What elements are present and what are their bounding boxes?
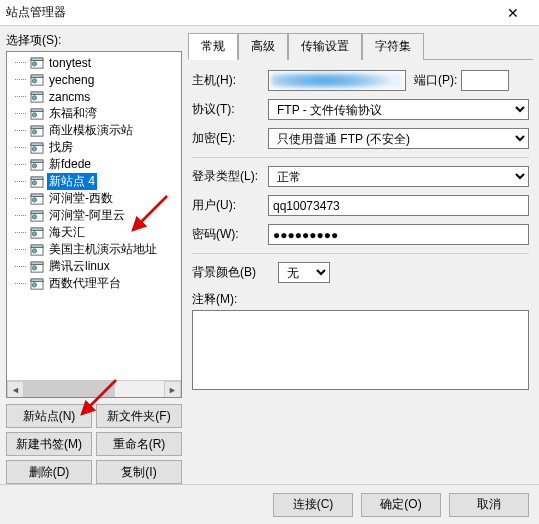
tree-item-label: 美国主机演示站地址	[47, 241, 159, 258]
bgcolor-select[interactable]: 无	[278, 262, 330, 283]
copy-button[interactable]: 复制(I)	[96, 460, 182, 484]
tree-item-label: 腾讯云linux	[47, 258, 112, 275]
tree-item-label: 东福和湾	[47, 105, 99, 122]
user-input[interactable]	[268, 195, 529, 216]
tree-item[interactable]: 商业模板演示站	[7, 122, 181, 139]
tree-item[interactable]: 新fdede	[7, 156, 181, 173]
new-folder-button[interactable]: 新文件夹(F)	[96, 404, 182, 428]
logon-label: 登录类型(L):	[192, 168, 268, 185]
scroll-left-icon[interactable]: ◄	[7, 381, 24, 398]
svg-point-38	[32, 265, 36, 269]
left-button-grid: 新站点(N) 新文件夹(F) 新建书签(M) 重命名(R) 删除(D) 复制(I…	[6, 404, 182, 484]
svg-point-32	[32, 231, 36, 235]
svg-rect-34	[31, 244, 43, 247]
server-icon	[29, 73, 45, 87]
tree-item-label: 海天汇	[47, 224, 87, 241]
password-input[interactable]	[268, 224, 529, 245]
svg-rect-10	[31, 108, 43, 111]
server-icon	[29, 124, 45, 138]
tree-item[interactable]: 东福和湾	[7, 105, 181, 122]
protocol-select[interactable]: FTP - 文件传输协议	[268, 99, 529, 120]
tree-item[interactable]: 美国主机演示站地址	[7, 241, 181, 258]
server-icon	[29, 243, 45, 257]
svg-rect-4	[31, 74, 43, 77]
divider2	[192, 253, 529, 254]
new-bookmark-button[interactable]: 新建书签(M)	[6, 432, 92, 456]
new-site-button[interactable]: 新站点(N)	[6, 404, 92, 428]
divider	[192, 157, 529, 158]
delete-button[interactable]: 删除(D)	[6, 460, 92, 484]
svg-point-17	[32, 146, 36, 150]
svg-point-35	[32, 248, 36, 252]
tree-item[interactable]: 河涧堂-西数	[7, 190, 181, 207]
port-label: 端口(P):	[414, 72, 457, 89]
tree-item[interactable]: tonytest	[7, 54, 181, 71]
password-label: 密码(W):	[192, 226, 268, 243]
tree-item-label: 西数代理平台	[47, 275, 123, 292]
svg-rect-40	[31, 278, 43, 281]
server-icon	[29, 90, 45, 104]
tree-item[interactable]: 河涧堂-阿里云	[7, 207, 181, 224]
tree-item[interactable]: zancms	[7, 88, 181, 105]
host-label: 主机(H):	[192, 72, 268, 89]
tab-advanced[interactable]: 高级	[238, 33, 288, 60]
svg-point-20	[32, 163, 36, 167]
tab-bar: 常规 高级 传输设置 字符集	[188, 32, 533, 60]
close-icon[interactable]: ✕	[493, 5, 533, 21]
server-icon	[29, 209, 45, 223]
tree-item-label: 河涧堂-阿里云	[47, 207, 127, 224]
tree-item[interactable]: 新站点 4	[7, 173, 181, 190]
bgcolor-label: 背景颜色(B)	[192, 264, 278, 281]
svg-point-29	[32, 214, 36, 218]
host-input[interactable]	[268, 70, 406, 91]
general-form: 主机(H): 端口(P): 协议(T): FTP - 文件传输协议 加密(E):…	[188, 60, 533, 484]
tab-general[interactable]: 常规	[188, 33, 238, 60]
cancel-button[interactable]: 取消	[449, 493, 529, 517]
svg-rect-37	[31, 261, 43, 264]
svg-point-5	[32, 78, 36, 82]
site-manager-window: 站点管理器 ✕ 选择项(S): tonytestyechengzancms东福和…	[0, 0, 539, 524]
svg-rect-22	[31, 176, 43, 179]
tab-charset[interactable]: 字符集	[362, 33, 424, 60]
svg-rect-28	[31, 210, 43, 213]
tree-item[interactable]: yecheng	[7, 71, 181, 88]
tree-item[interactable]: 腾讯云linux	[7, 258, 181, 275]
site-tree[interactable]: tonytestyechengzancms东福和湾商业模板演示站找房新fdede…	[6, 51, 182, 398]
server-icon	[29, 192, 45, 206]
window-title: 站点管理器	[6, 4, 493, 21]
notes-textarea[interactable]	[192, 310, 529, 390]
server-icon	[29, 277, 45, 291]
scroll-right-icon[interactable]: ►	[164, 381, 181, 398]
ok-button[interactable]: 确定(O)	[361, 493, 441, 517]
logon-select[interactable]: 正常	[268, 166, 529, 187]
tab-transfer[interactable]: 传输设置	[288, 33, 362, 60]
scroll-thumb[interactable]	[24, 381, 115, 397]
tree-item-label: 河涧堂-西数	[47, 190, 115, 207]
port-input[interactable]	[461, 70, 509, 91]
svg-rect-16	[31, 142, 43, 145]
tree-item[interactable]: 海天汇	[7, 224, 181, 241]
svg-rect-31	[31, 227, 43, 230]
svg-point-11	[32, 112, 36, 116]
svg-point-23	[32, 180, 36, 184]
svg-rect-13	[31, 125, 43, 128]
encryption-label: 加密(E):	[192, 130, 268, 147]
server-icon	[29, 260, 45, 274]
server-icon	[29, 158, 45, 172]
server-icon	[29, 141, 45, 155]
tree-item-label: tonytest	[47, 56, 93, 70]
user-label: 用户(U):	[192, 197, 268, 214]
tree-item-label: zancms	[47, 90, 92, 104]
titlebar: 站点管理器 ✕	[0, 0, 539, 26]
rename-button[interactable]: 重命名(R)	[96, 432, 182, 456]
connect-button[interactable]: 连接(C)	[273, 493, 353, 517]
svg-point-2	[32, 61, 36, 65]
protocol-label: 协议(T):	[192, 101, 268, 118]
encryption-select[interactable]: 只使用普通 FTP (不安全)	[268, 128, 529, 149]
server-icon	[29, 226, 45, 240]
horizontal-scrollbar[interactable]: ◄ ►	[7, 380, 181, 397]
tree-item[interactable]: 找房	[7, 139, 181, 156]
svg-rect-7	[31, 91, 43, 94]
tree-item[interactable]: 西数代理平台	[7, 275, 181, 292]
tree-item-label: yecheng	[47, 73, 96, 87]
